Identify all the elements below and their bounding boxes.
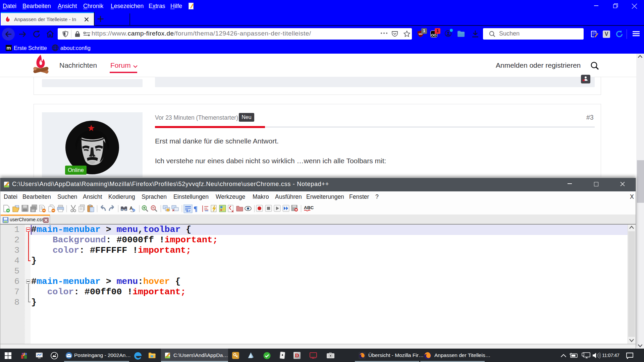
svg-text:ABC: ABC [304,205,314,210]
svg-text:¶: ¶ [194,204,198,213]
